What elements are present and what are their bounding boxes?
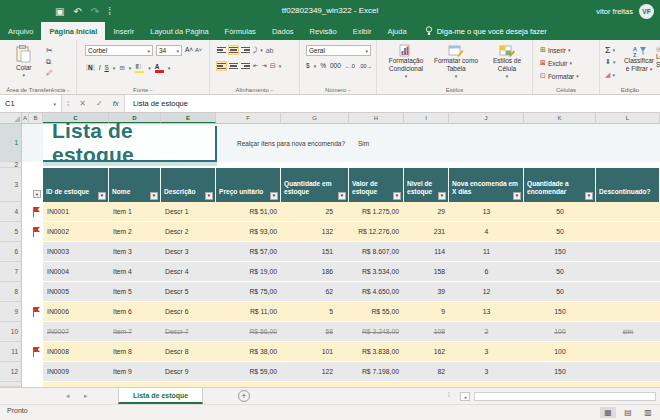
cell[interactable]: Item 4 bbox=[109, 262, 161, 282]
font-color-icon[interactable]: A bbox=[155, 63, 164, 73]
horizontal-scrollbar[interactable] bbox=[474, 392, 656, 401]
table-header-nova-encomenda-em-x-dias[interactable]: Nova encomenda em X dias▾ bbox=[449, 168, 524, 202]
cell[interactable]: 58 bbox=[281, 322, 349, 342]
delete-cells-button[interactable]: Excluir bbox=[548, 60, 568, 67]
table-header-id-de-estoque[interactable]: ID de estoque▾ bbox=[43, 168, 109, 202]
cell[interactable]: Item 2 bbox=[109, 222, 161, 242]
wrap-text-icon[interactable]: ab bbox=[266, 47, 274, 54]
tell-me-box[interactable]: Diga-me o que você deseja fazer bbox=[415, 22, 547, 40]
cell[interactable]: R$ 56,00 bbox=[216, 322, 281, 342]
cancel-entry-icon[interactable]: ✕ bbox=[74, 95, 91, 112]
column-header-B[interactable]: B bbox=[29, 113, 43, 123]
fill-color-icon[interactable]: ◧ bbox=[135, 62, 144, 73]
name-box[interactable]: C1▾ bbox=[0, 95, 62, 112]
cell[interactable]: Descr 8 bbox=[161, 342, 216, 362]
cell[interactable]: R$ 59,00 bbox=[216, 362, 281, 382]
cell[interactable] bbox=[596, 222, 660, 242]
select-all-corner[interactable] bbox=[0, 113, 22, 123]
font-dialog-launcher-icon[interactable]: ⌐ bbox=[150, 87, 153, 93]
table-header-pre-o-unit-rio[interactable]: Preço unitário▾ bbox=[216, 168, 281, 202]
sheet-tab-lista-de-estoque[interactable]: Lista de estoque bbox=[118, 388, 203, 404]
cell[interactable]: R$ 8.607,00 bbox=[349, 242, 404, 262]
cell[interactable]: R$ 7.198,00 bbox=[349, 362, 404, 382]
cell[interactable]: 114 bbox=[404, 242, 449, 262]
row-header-9[interactable]: 9 bbox=[0, 302, 21, 322]
cell[interactable]: 5 bbox=[281, 302, 349, 322]
row-header-6[interactable]: 6 bbox=[0, 242, 21, 262]
copy-icon[interactable]: ⧉ bbox=[46, 58, 53, 66]
cell[interactable]: 11 bbox=[449, 242, 524, 262]
orientation-icon[interactable]: ⤸ bbox=[253, 46, 257, 54]
cell[interactable]: Item 5 bbox=[109, 282, 161, 302]
table-header-valor-de-estoque[interactable]: Valor de estoque▾ bbox=[349, 168, 404, 202]
cell[interactable] bbox=[596, 202, 660, 222]
conditional-formatting-button[interactable]: Formatação Condicional▾ bbox=[382, 44, 430, 80]
cell-styles-button[interactable]: Estilos de Célula▾ bbox=[483, 44, 531, 80]
cell[interactable]: 3 bbox=[449, 362, 524, 382]
cell[interactable]: 150 bbox=[524, 242, 596, 262]
filter-dropdown-icon[interactable]: ▾ bbox=[513, 192, 521, 200]
align-right-icon[interactable] bbox=[241, 62, 250, 70]
paste-button[interactable]: Colar ▾ bbox=[16, 45, 32, 78]
filter-dropdown-icon[interactable]: ▾ bbox=[438, 192, 446, 200]
cell[interactable]: 50 bbox=[524, 262, 596, 282]
cell[interactable]: Descr 9 bbox=[161, 362, 216, 382]
cell[interactable]: R$ 55,00 bbox=[349, 302, 404, 322]
filter-dropdown-icon[interactable]: ▾ bbox=[393, 192, 401, 200]
table-header-n-vel-de-estoque[interactable]: Nível de estoque▾ bbox=[404, 168, 449, 202]
cell[interactable]: IN0003 bbox=[43, 242, 109, 262]
cell[interactable]: 50 bbox=[524, 202, 596, 222]
cell[interactable]: Descr 7 bbox=[161, 322, 216, 342]
column-header-I[interactable]: I bbox=[404, 113, 449, 123]
menu-tab-layout-da-p-gina[interactable]: Layout da Página bbox=[142, 22, 216, 40]
cell[interactable]: 108 bbox=[404, 322, 449, 342]
cell[interactable]: 150 bbox=[524, 362, 596, 382]
cell[interactable]: 13 bbox=[449, 302, 524, 322]
cell[interactable]: 9 bbox=[404, 302, 449, 322]
column-header-K[interactable]: K bbox=[524, 113, 596, 123]
menu-tab-arquivo[interactable]: Arquivo bbox=[0, 22, 41, 40]
cell[interactable]: IN0008 bbox=[43, 342, 109, 362]
format-cells-button[interactable]: Formatar bbox=[548, 73, 574, 80]
reorder-answer-value[interactable]: Sim bbox=[358, 140, 369, 147]
hscroll-left-icon[interactable]: ◂ bbox=[460, 392, 470, 401]
column-header-L[interactable]: L bbox=[596, 113, 660, 123]
cell[interactable]: R$ 93,00 bbox=[216, 222, 281, 242]
cell[interactable]: 50 bbox=[524, 282, 596, 302]
insert-cells-button[interactable]: Inserir bbox=[548, 47, 566, 54]
autosum-icon[interactable]: Σ bbox=[605, 45, 611, 55]
cell[interactable]: Descr 3 bbox=[161, 242, 216, 262]
table-filter-dropdown-icon[interactable]: ▾ bbox=[33, 190, 41, 198]
cell[interactable]: R$ 19,00 bbox=[216, 262, 281, 282]
clear-icon[interactable]: ◢ bbox=[605, 71, 610, 79]
table-header-quantidade-a-encomendar[interactable]: Quantidade a encomendar▾ bbox=[524, 168, 596, 202]
table-header-descontinuado-[interactable]: Descontinuado? bbox=[596, 168, 660, 202]
row-header-5[interactable]: 5 bbox=[0, 222, 21, 242]
cell[interactable]: IN0002 bbox=[43, 222, 109, 242]
cell[interactable]: 162 bbox=[404, 342, 449, 362]
menu-tab-p-gina-inicial[interactable]: Página Inicial bbox=[41, 22, 105, 40]
align-left-icon[interactable] bbox=[217, 62, 226, 70]
cell[interactable]: R$ 3.534,00 bbox=[349, 262, 404, 282]
enter-entry-icon[interactable]: ✓ bbox=[91, 95, 108, 112]
cell[interactable]: IN0007 bbox=[43, 322, 109, 342]
align-center-icon[interactable] bbox=[229, 62, 238, 70]
menu-tab-ajuda[interactable]: Ajuda bbox=[379, 22, 414, 40]
row-header-8[interactable]: 8 bbox=[0, 282, 21, 302]
cell[interactable]: IN0005 bbox=[43, 282, 109, 302]
filter-dropdown-icon[interactable]: ▾ bbox=[270, 192, 278, 200]
cell[interactable]: 13 bbox=[449, 202, 524, 222]
row-header-4[interactable]: 4 bbox=[0, 202, 21, 222]
insert-function-icon[interactable]: fx bbox=[108, 95, 124, 112]
column-header-F[interactable]: F bbox=[216, 113, 281, 123]
number-dialog-launcher-icon[interactable]: ⌐ bbox=[348, 87, 351, 93]
cell[interactable]: Item 1 bbox=[109, 202, 161, 222]
menu-tab-dados[interactable]: Dados bbox=[264, 22, 302, 40]
cell[interactable]: 29 bbox=[404, 202, 449, 222]
cell[interactable]: IN0004 bbox=[43, 262, 109, 282]
page-layout-view-icon[interactable]: ▤ bbox=[620, 407, 636, 418]
decrease-decimal-icon[interactable]: .00→ bbox=[359, 63, 372, 69]
increase-indent-icon[interactable]: ⇥ bbox=[261, 62, 266, 70]
filter-dropdown-icon[interactable]: ▾ bbox=[205, 192, 213, 200]
cell[interactable]: IN0001 bbox=[43, 202, 109, 222]
